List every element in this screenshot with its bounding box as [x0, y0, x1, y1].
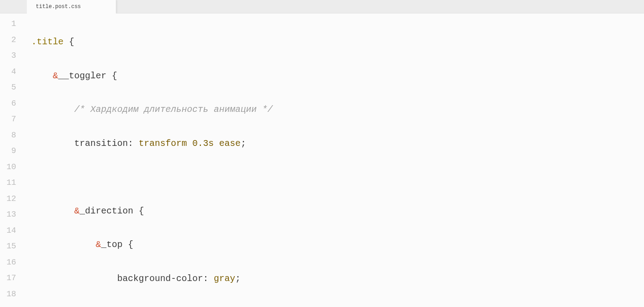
tab-gap	[0, 0, 27, 13]
line-number: 4	[0, 64, 22, 80]
code-line: }	[31, 304, 644, 307]
code-line: &_top {	[31, 237, 644, 253]
line-number: 6	[0, 96, 22, 112]
line-number: 5	[0, 80, 22, 96]
token-indent	[31, 104, 74, 115]
token-indent	[31, 239, 96, 250]
tab-filename: title.post.css	[36, 4, 81, 10]
tab-file[interactable]: title.post.css	[27, 0, 116, 13]
line-number: 10	[0, 159, 22, 175]
line-number: 15	[0, 239, 22, 255]
token-prop: background-color	[117, 273, 203, 284]
token-name: __toggler	[58, 71, 106, 81]
line-number: 16	[0, 255, 22, 271]
token-value: transform	[139, 138, 192, 149]
line-number: 18	[0, 286, 22, 303]
token-brace: {	[133, 206, 144, 216]
token-name: _direction	[80, 206, 133, 216]
token-name: _top	[101, 239, 123, 250]
token-indent	[31, 206, 74, 216]
code-line: background-color: gray;	[31, 271, 644, 287]
line-number: 12	[0, 191, 22, 207]
editor: title.post.css 1 2 3 4 5 6 7 8 9 10 11 1…	[0, 0, 644, 307]
code-line: &_direction {	[31, 203, 644, 219]
code-content[interactable]: .title { &__toggler { /* Хардкодим длите…	[22, 13, 644, 307]
token-indent	[31, 71, 53, 81]
code-line: .title {	[31, 34, 644, 50]
gutter: 1 2 3 4 5 6 7 8 9 10 11 12 13 14 15 16 1…	[0, 13, 22, 307]
token-brace: {	[106, 71, 117, 81]
code-line: /* Хардкодим длительность анимации */	[31, 102, 644, 118]
code-line: &__toggler {	[31, 68, 644, 84]
code-area: 1 2 3 4 5 6 7 8 9 10 11 12 13 14 15 16 1…	[0, 13, 644, 307]
token-selector: .title	[31, 37, 64, 47]
token-amp: &	[74, 206, 80, 216]
token-brace: {	[64, 37, 74, 47]
token-value: gray	[214, 273, 235, 284]
token-brace: {	[123, 239, 133, 250]
token-amp: &	[96, 239, 101, 250]
line-number: 3	[0, 48, 22, 64]
line-number: 2	[0, 32, 22, 48]
token-blank	[31, 172, 37, 182]
token-prop: transition	[74, 138, 128, 149]
token-indent	[31, 273, 117, 284]
line-number: 1	[0, 16, 22, 32]
token-comment: /* Хардкодим длительность анимации */	[74, 104, 273, 115]
token-punct: :	[203, 273, 214, 284]
line-number: 8	[0, 128, 22, 144]
code-line	[31, 169, 644, 185]
line-number: 11	[0, 175, 22, 191]
token-indent	[31, 138, 74, 149]
line-number: 17	[0, 270, 22, 286]
token-punct: ;	[241, 138, 246, 149]
token-punct: :	[128, 138, 139, 149]
line-number: 13	[0, 207, 22, 223]
token-number: 0.3s	[192, 138, 214, 149]
code-line: transition: transform 0.3s ease;	[31, 136, 644, 152]
line-number: 14	[0, 223, 22, 239]
tab-bar: title.post.css	[0, 0, 644, 13]
token-amp: &	[53, 71, 58, 81]
line-number: 7	[0, 111, 22, 128]
token-punct: ;	[235, 273, 241, 284]
token-value: ease	[214, 138, 241, 149]
line-number: 9	[0, 143, 22, 159]
